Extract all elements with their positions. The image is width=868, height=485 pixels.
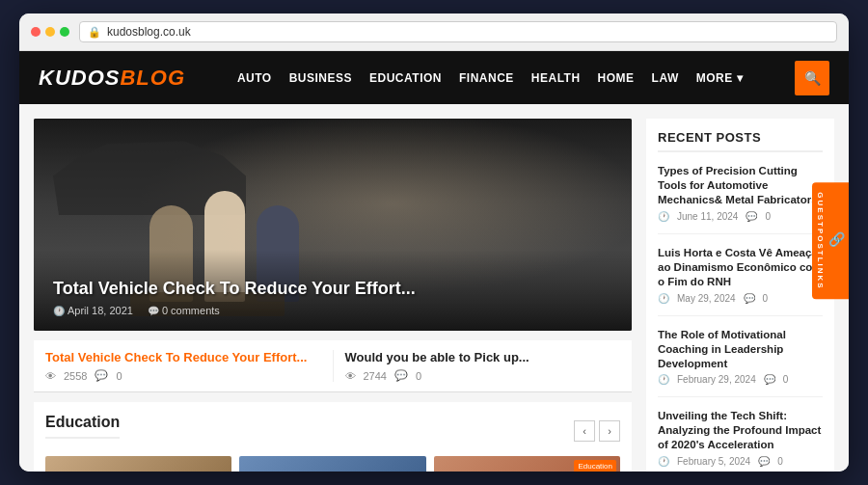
nav-business[interactable]: BUSINESS — [289, 71, 352, 85]
main-layout: Total Vehicle Check To Reduce Your Effor… — [19, 104, 849, 472]
edu-thumb-1[interactable] — [45, 456, 231, 472]
sidebar-recent-posts: RECENT POSTS Types of Precision Cutting … — [646, 119, 834, 472]
recent-post-1: Types of Precision Cutting Tools for Aut… — [658, 164, 823, 234]
sidebar-recent-posts-title: RECENT POSTS — [658, 130, 823, 152]
site-header: KUDOSblog AUTO BUSINESS EDUCATION FINANC… — [19, 51, 849, 104]
comment-icon-r1: 💬 — [746, 211, 757, 222]
recent-post-1-meta: 🕐 June 11, 2024 💬 0 — [658, 211, 823, 222]
nav-law[interactable]: LAW — [652, 71, 679, 85]
education-nav-arrows: ‹ › — [574, 420, 620, 442]
clock-icon: 🕐 — [53, 306, 65, 316]
comment-icon-r4: 💬 — [758, 456, 770, 467]
site-logo[interactable]: KUDOSblog — [39, 66, 185, 91]
recent-post-2-title[interactable]: Luis Horta e Costa Vê Ameaça ao Dinamism… — [658, 246, 823, 289]
article-card-1: Total Vehicle Check To Reduce Your Effor… — [45, 350, 321, 382]
recent-post-2-comments: 0 — [763, 293, 769, 304]
comment-icon-2: 💬 — [394, 369, 408, 382]
article-card-2-meta: 👁 2744 💬 0 — [345, 369, 621, 382]
minimize-dot[interactable] — [45, 27, 55, 37]
education-section: Education ‹ › Education — [34, 402, 632, 472]
logo-kudos: KUDOS — [39, 66, 120, 90]
article-card-1-meta: 👁 2558 💬 0 — [45, 369, 321, 382]
recent-post-2-date: May 29, 2024 — [677, 293, 736, 304]
comment-icon: 💬 — [148, 306, 159, 316]
recent-post-1-date: June 11, 2024 — [677, 211, 738, 222]
sidebar: RECENT POSTS Types of Precision Cutting … — [646, 119, 834, 472]
edu-thumb-3[interactable]: Education — [434, 456, 620, 472]
views-icon-1: 👁 — [45, 370, 56, 382]
article-1-comments: 0 — [116, 370, 122, 382]
maximize-dot[interactable] — [60, 27, 69, 37]
recent-post-4-meta: 🕐 February 5, 2024 💬 0 — [658, 456, 823, 467]
recent-post-2-meta: 🕐 May 29, 2024 💬 0 — [658, 293, 823, 304]
url-text: kudosblog.co.uk — [107, 25, 191, 39]
education-thumbnails: Education — [45, 456, 620, 472]
views-icon-2: 👁 — [345, 370, 356, 382]
article-card-2-title[interactable]: Would you be able to Pick up... — [345, 350, 621, 364]
date-icon-2: 🕐 — [658, 293, 669, 304]
recent-post-3-meta: 🕐 February 29, 2024 💬 0 — [658, 374, 823, 385]
search-button[interactable]: 🔍 — [795, 61, 829, 95]
nav-more[interactable]: MORE ▾ — [696, 71, 743, 85]
featured-comments: 💬 0 comments — [148, 305, 220, 316]
next-arrow[interactable]: › — [599, 420, 620, 442]
article-cards: Total Vehicle Check To Reduce Your Effor… — [34, 340, 632, 392]
guestpostlinks-label: GUESTPOSTLINKS — [816, 192, 825, 289]
recent-post-4: Unveiling the Tech Shift: Analyzing the … — [658, 409, 823, 472]
edu-badge: Education — [574, 460, 616, 472]
education-header: Education ‹ › — [45, 414, 620, 448]
featured-image[interactable]: Total Vehicle Check To Reduce Your Effor… — [34, 119, 632, 331]
recent-post-3-date: February 29, 2024 — [677, 374, 756, 385]
browser-dots — [31, 27, 69, 37]
recent-post-3-comments: 0 — [783, 374, 789, 385]
article-2-views: 2744 — [364, 370, 387, 382]
comment-icon-1: 💬 — [95, 369, 108, 382]
date-icon-1: 🕐 — [658, 211, 669, 222]
recent-post-3-title[interactable]: The Role of Motivational Coaching in Lea… — [658, 328, 823, 371]
recent-post-1-comments: 0 — [765, 211, 771, 222]
comment-icon-r3: 💬 — [764, 374, 775, 385]
article-card-1-title[interactable]: Total Vehicle Check To Reduce Your Effor… — [45, 350, 321, 364]
close-dot[interactable] — [31, 27, 41, 37]
nav-health[interactable]: HEALTH — [531, 71, 581, 85]
browser-window: 🔒 kudosblog.co.uk KUDOSblog AUTO BUSINES… — [19, 13, 849, 472]
logo-blog: blog — [120, 66, 185, 90]
lock-icon: 🔒 — [88, 26, 101, 39]
featured-date: 🕐 April 18, 2021 — [53, 305, 133, 316]
guestpostlinks-icon: 🔗 — [829, 232, 845, 250]
recent-post-1-title[interactable]: Types of Precision Cutting Tools for Aut… — [658, 164, 823, 207]
article-card-2: Would you be able to Pick up... 👁 2744 💬… — [333, 350, 621, 382]
nav-menu: AUTO BUSINESS EDUCATION FINANCE HEALTH H… — [204, 71, 775, 85]
address-bar[interactable]: 🔒 kudosblog.co.uk — [79, 21, 837, 42]
site-content: KUDOSblog AUTO BUSINESS EDUCATION FINANC… — [19, 51, 849, 472]
main-content: Total Vehicle Check To Reduce Your Effor… — [34, 119, 632, 472]
edu-thumb-2[interactable] — [239, 456, 425, 472]
recent-post-4-title[interactable]: Unveiling the Tech Shift: Analyzing the … — [658, 409, 823, 452]
nav-finance[interactable]: FINANCE — [459, 71, 514, 85]
prev-arrow[interactable]: ‹ — [574, 420, 595, 442]
recent-post-2: Luis Horta e Costa Vê Ameaça ao Dinamism… — [658, 246, 823, 316]
education-section-title: Education — [45, 414, 120, 439]
article-1-views: 2558 — [64, 370, 87, 382]
article-2-comments: 0 — [416, 370, 421, 382]
recent-post-4-comments: 0 — [777, 456, 783, 467]
date-icon-4: 🕐 — [658, 456, 669, 467]
guestpostlinks-tab[interactable]: 🔗 GUESTPOSTLINKS — [812, 182, 849, 299]
nav-home[interactable]: HOME — [598, 71, 635, 85]
featured-overlay: Total Vehicle Check To Reduce Your Effor… — [34, 250, 632, 331]
recent-post-4-date: February 5, 2024 — [677, 456, 750, 467]
comment-icon-r2: 💬 — [744, 293, 755, 304]
browser-chrome: 🔒 kudosblog.co.uk — [19, 13, 849, 51]
recent-post-3: The Role of Motivational Coaching in Lea… — [658, 328, 823, 398]
featured-meta: 🕐 April 18, 2021 💬 0 comments — [53, 305, 612, 316]
featured-post-title[interactable]: Total Vehicle Check To Reduce Your Effor… — [53, 279, 612, 299]
nav-education[interactable]: EDUCATION — [369, 71, 442, 85]
date-icon-3: 🕐 — [658, 374, 669, 385]
nav-auto[interactable]: AUTO — [237, 71, 272, 85]
